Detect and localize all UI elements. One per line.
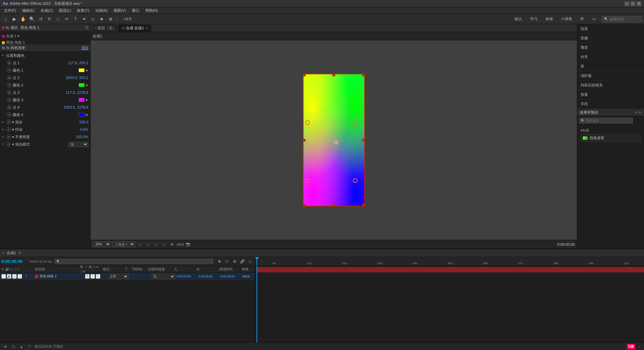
corner-ml[interactable]	[303, 139, 306, 142]
layer-lock-1[interactable]: ◇	[17, 274, 22, 279]
tab-close-icon[interactable]: ✕	[145, 26, 148, 30]
menu-window[interactable]: 窗口	[129, 7, 142, 14]
timeline-search-input[interactable]	[60, 260, 212, 263]
menu-edit[interactable]: 编辑(E)	[19, 7, 37, 14]
track-playhead[interactable]	[257, 266, 257, 343]
viewer-btn-grid[interactable]: □	[136, 241, 143, 248]
viewer-btn-snapshot[interactable]: 📷	[185, 241, 191, 248]
corner-br[interactable]	[362, 204, 365, 206]
fx-row-jitter[interactable]: ▾ ↺ ▾ 抖动 0.0%	[0, 126, 90, 133]
color2-swatch[interactable]	[79, 83, 85, 87]
corner-bl[interactable]	[303, 204, 306, 206]
layer-solo-1[interactable]: ⊙	[12, 274, 17, 279]
fx-row-color1[interactable]: ↺ 颜色 1 ▶	[0, 67, 90, 74]
menu-view[interactable]: 视图(V)	[111, 7, 129, 14]
fx-row-color2[interactable]: ↺ 颜色 2 ▶	[0, 81, 90, 89]
tool-rect[interactable]: □	[54, 15, 62, 23]
fx-row-opacity[interactable]: ▾ ↺ ▾ 不透明度 100.0%	[0, 133, 90, 141]
generate-item-4color[interactable]: 四色渐变	[581, 134, 641, 142]
right-item-tracker[interactable]: 投落	[577, 90, 644, 100]
control-point-br[interactable]	[353, 178, 358, 183]
menu-layer[interactable]: 图层(L)	[56, 7, 74, 14]
tool-pen2[interactable]: ✒	[81, 15, 88, 23]
tool-hand[interactable]: ✋	[19, 15, 27, 23]
workspace-seq[interactable]: 序	[578, 16, 587, 22]
color4-swatch[interactable]	[79, 113, 85, 117]
viewer-btn-color[interactable]: ⊕	[169, 241, 175, 248]
color1-swatch[interactable]	[79, 68, 85, 72]
title-bar-controls[interactable]: ─ □ ✕	[625, 1, 641, 6]
fx-row-point2[interactable]: ⊕ 点 2 1053.0, 253.2	[0, 74, 90, 81]
fx-section-position[interactable]: ▾ 位置和颜色	[0, 52, 90, 59]
fx-row-point1[interactable]: ⊕ 点 1 117.0, 253.2	[0, 59, 90, 67]
switch-solo-1[interactable]: 单	[85, 274, 90, 279]
fx-row-blendmode[interactable]: ▾ ↺ ▾ 混合模式 无 正常 叠加	[0, 141, 90, 148]
color3-swatch[interactable]	[79, 98, 85, 102]
status-btn-3[interactable]: ▲	[19, 344, 24, 349]
viewer-btn-box[interactable]: □	[160, 241, 167, 248]
ep-close-icon[interactable]: ✕	[638, 110, 641, 115]
tab-layer[interactable]: □ 图层（无）	[92, 25, 119, 32]
timeline-menu-icon[interactable]: ☰	[18, 251, 21, 255]
layer-visibility-1[interactable]: 👁	[1, 274, 6, 279]
search-input[interactable]	[609, 17, 640, 21]
fx-row-color4[interactable]: ↺ 颜色 4 ▶	[0, 111, 90, 118]
ep-search-input[interactable]	[586, 119, 629, 122]
status-btn-4[interactable]: ▽	[27, 344, 32, 349]
minimize-button[interactable]: ─	[625, 1, 629, 6]
tool-rotate-cw[interactable]: ↻	[46, 15, 53, 23]
tl-tool-copy[interactable]: ⬡	[224, 258, 230, 265]
resolution-select[interactable]: 二分之一 完整 四分之一	[112, 241, 135, 247]
corner-mr[interactable]	[362, 139, 365, 142]
tool-star[interactable]: ★	[98, 15, 105, 23]
tool-shape[interactable]: ◇	[89, 15, 97, 23]
menu-effects[interactable]: 效果(T)	[74, 7, 92, 14]
layer-parent-select-1[interactable]: 无	[152, 274, 175, 279]
tool-pin[interactable]: ⊕	[107, 15, 114, 23]
right-item-character[interactable]: 字符	[577, 100, 644, 109]
fx-row-point3[interactable]: ⊕ 点 3 117.0, 2278.8	[0, 89, 90, 96]
right-item-library[interactable]: 库	[577, 62, 644, 71]
workspace-more[interactable]: >>	[589, 16, 599, 22]
workspace-small[interactable]: 小屏幕	[558, 16, 575, 22]
tool-align-checkbox[interactable]: □ 对齐	[119, 15, 136, 23]
menu-help[interactable]: 帮助(H)	[143, 7, 160, 14]
status-btn-1[interactable]: ◈	[3, 344, 8, 349]
tool-play[interactable]: ▶	[11, 15, 18, 23]
right-item-content-fill[interactable]: 内容识别填充	[577, 81, 644, 90]
switch-fx-1[interactable]: fx	[96, 274, 100, 279]
ruler-playhead[interactable]	[257, 257, 257, 266]
control-point-tl[interactable]	[305, 120, 310, 125]
control-point-bl[interactable]	[305, 178, 310, 183]
status-btn-2[interactable]: ◷	[11, 344, 16, 349]
track-bar-1[interactable]	[257, 267, 644, 272]
tool-text[interactable]: T	[72, 15, 79, 23]
zoom-select[interactable]: 20% 25% 50% 100%	[93, 241, 111, 247]
tool-zoom[interactable]: 🔍	[28, 15, 36, 23]
tool-home[interactable]: ⌂	[2, 15, 9, 23]
maximize-button[interactable]: □	[631, 1, 635, 6]
corner-tl[interactable]	[303, 74, 306, 76]
right-item-align[interactable]: 对齐	[577, 52, 644, 62]
menu-file[interactable]: 文件(F)	[1, 7, 19, 14]
panel-menu-icon[interactable]: ☰	[85, 26, 88, 30]
workspace-standard[interactable]: 标准	[543, 16, 556, 22]
fx-row-color3[interactable]: ↺ 颜色 3 ▶	[0, 96, 90, 104]
menu-composition[interactable]: 合成(C)	[38, 7, 56, 14]
menu-animation[interactable]: 动画(A)	[93, 7, 110, 14]
tool-pen[interactable]: ✏	[63, 15, 71, 23]
viewer-btn-controls[interactable]: □	[152, 241, 159, 248]
layer-row-1[interactable]: 👁 🔊 ⊙ ◇ 1 黑色 纯色 1 单 / fx 正常	[0, 273, 255, 280]
tl-tool-box[interactable]: □	[247, 258, 254, 265]
project-item-comp[interactable]: 合成 1 ▾	[2, 33, 88, 39]
right-item-smoother[interactable]: 润炉器	[577, 71, 644, 81]
right-item-preview[interactable]: 预览	[577, 43, 644, 52]
workspace-default[interactable]: 默认	[512, 16, 525, 22]
viewer-btn-exposure[interactable]: +0.0	[177, 241, 183, 248]
tl-tool-link[interactable]: 🔗	[239, 258, 246, 265]
workspace-learn[interactable]: 学习	[527, 16, 540, 22]
switch-slash-1[interactable]: /	[90, 274, 95, 279]
viewer-btn-mask[interactable]: □	[144, 241, 151, 248]
fx-row-point4[interactable]: ⊕ 点 4 1053.0, 2278.8	[0, 104, 90, 111]
comp-viewer[interactable]	[91, 40, 577, 240]
